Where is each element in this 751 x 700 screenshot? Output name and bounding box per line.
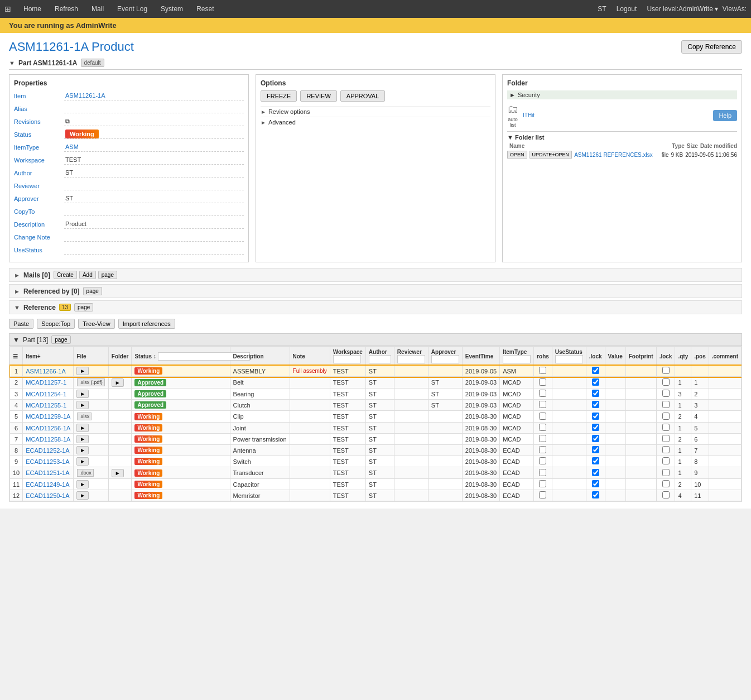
referenced-by-section-header[interactable]: ► Referenced by [0] page <box>9 284 742 298</box>
reviewer-filter-input[interactable] <box>397 355 425 363</box>
part-sub-page-button[interactable]: page <box>51 335 70 344</box>
rohs-checkbox[interactable] <box>539 424 546 431</box>
lock-checkbox[interactable] <box>592 413 599 420</box>
lock2-checkbox[interactable] <box>662 378 670 386</box>
mails-section-header[interactable]: ► Mails [0] Create Add page <box>9 268 742 282</box>
item-link[interactable]: ECAD11251-1A <box>26 469 69 476</box>
rohs-checkbox[interactable] <box>539 457 546 464</box>
lock-checkbox[interactable] <box>592 491 599 498</box>
rohs-checkbox[interactable] <box>539 469 546 476</box>
rohs-checkbox[interactable] <box>539 401 546 408</box>
lock2-checkbox[interactable] <box>662 424 670 431</box>
lock-checkbox[interactable] <box>592 378 599 386</box>
referenced-by-page-button[interactable]: page <box>83 287 102 295</box>
item-link[interactable]: MCAD11259-1A <box>26 413 70 420</box>
item-link[interactable]: ASM11266-1A <box>26 368 66 375</box>
lock-checkbox[interactable] <box>592 457 599 464</box>
file-arrow-button[interactable]: ► <box>76 435 89 443</box>
item-link[interactable]: ECAD11253-1A <box>26 458 69 465</box>
open-button[interactable]: OPEN <box>507 151 527 159</box>
folder-arrow-button[interactable]: ► <box>112 469 124 477</box>
file-arrow-button[interactable]: ► <box>76 401 89 409</box>
nav-logout[interactable]: Logout <box>611 3 643 15</box>
part-sub-toggle-icon[interactable]: ▼ <box>13 336 20 344</box>
paste-button[interactable]: Paste <box>9 319 33 329</box>
rohs-checkbox[interactable] <box>539 390 546 397</box>
approval-button[interactable]: APPROVAL <box>340 90 386 102</box>
lock2-checkbox[interactable] <box>662 367 670 374</box>
usestatus-filter-input[interactable] <box>555 355 583 363</box>
revisions-value[interactable]: ⧉ <box>64 117 244 126</box>
folder-file-link[interactable]: ASM11261 REFERENCES.xlsx <box>574 152 659 158</box>
lock-checkbox[interactable] <box>592 469 599 476</box>
file-arrow-button[interactable]: ► <box>76 457 89 466</box>
lock2-checkbox[interactable] <box>662 491 670 498</box>
rohs-checkbox[interactable] <box>539 446 546 453</box>
lock-checkbox[interactable] <box>592 367 599 374</box>
lock-checkbox[interactable] <box>592 435 599 442</box>
rohs-checkbox[interactable] <box>539 367 546 374</box>
ithit-link[interactable]: ITHit <box>523 112 535 118</box>
lock2-checkbox[interactable] <box>662 413 670 420</box>
rohs-checkbox[interactable] <box>539 378 546 386</box>
lock-checkbox[interactable] <box>592 446 599 453</box>
item-link[interactable]: ECAD11249-1A <box>26 481 69 488</box>
lock2-checkbox[interactable] <box>662 480 670 487</box>
item-link[interactable]: MCAD11257-1 <box>26 379 66 386</box>
approver-filter-input[interactable] <box>431 355 459 363</box>
lock2-checkbox[interactable] <box>662 401 670 408</box>
nav-system[interactable]: System <box>155 3 189 15</box>
file-arrow-button[interactable]: ► <box>76 390 89 398</box>
rohs-checkbox[interactable] <box>539 480 546 487</box>
file-arrow-button[interactable]: ► <box>76 446 89 454</box>
itemtype-filter-input[interactable] <box>503 355 531 363</box>
lock2-checkbox[interactable] <box>662 390 670 397</box>
item-link[interactable]: MCAD11256-1A <box>26 425 70 431</box>
copy-reference-button[interactable]: Copy Reference <box>681 40 742 54</box>
import-references-button[interactable]: Import references <box>118 319 175 329</box>
author-filter-input[interactable] <box>369 355 391 363</box>
review-button[interactable]: REVIEW <box>300 90 336 102</box>
lock2-checkbox[interactable] <box>662 457 670 464</box>
advanced-row[interactable]: ► Advanced <box>261 117 490 127</box>
item-link[interactable]: ECAD11250-1A <box>26 492 69 499</box>
lock-checkbox[interactable] <box>592 390 599 397</box>
nav-mail[interactable]: Mail <box>86 3 109 15</box>
reference-toggle-icon[interactable]: ▼ <box>14 304 20 311</box>
file-arrow-button[interactable]: ► <box>76 491 89 500</box>
folder-icon-block[interactable]: 🗂 autolist <box>507 103 518 128</box>
user-level-dropdown[interactable]: User level:AdminWrite ▾ <box>647 5 718 13</box>
file-badge[interactable]: .xlsx (.pdf) <box>77 378 105 386</box>
tree-view-button[interactable]: Tree-View <box>78 319 115 329</box>
rohs-checkbox[interactable] <box>539 413 546 420</box>
nav-refresh[interactable]: Refresh <box>49 3 84 15</box>
lock2-checkbox[interactable] <box>662 469 670 476</box>
mails-create-button[interactable]: Create <box>54 271 77 279</box>
lock-checkbox[interactable] <box>592 424 599 431</box>
part-toggle-icon[interactable]: ▼ <box>9 60 15 66</box>
update-open-button[interactable]: UPDATE+OPEN <box>529 151 572 159</box>
review-options-row[interactable]: ► Review options <box>261 106 490 117</box>
nav-home[interactable]: Home <box>18 3 47 15</box>
file-arrow-button[interactable]: ► <box>76 367 89 375</box>
item-value[interactable]: ASM11261-1A <box>64 92 244 100</box>
folder-arrow-button[interactable]: ► <box>112 378 124 387</box>
freeze-button[interactable]: FREEZE <box>261 90 297 102</box>
rohs-checkbox[interactable] <box>539 435 546 442</box>
folder-list-toggle-icon[interactable]: ▼ <box>507 134 513 141</box>
item-link[interactable]: MCAD11255-1 <box>26 402 66 409</box>
item-link[interactable]: MCAD11254-1 <box>26 391 66 397</box>
nav-event-log[interactable]: Event Log <box>112 3 153 15</box>
rohs-checkbox[interactable] <box>539 491 546 498</box>
grid-icon[interactable]: ⊞ <box>4 4 11 13</box>
lock-checkbox[interactable] <box>592 480 599 487</box>
lock-checkbox[interactable] <box>592 401 599 408</box>
item-link[interactable]: ECAD11252-1A <box>26 447 69 454</box>
security-row[interactable]: ► Security <box>507 90 737 99</box>
reference-page-button[interactable]: page <box>74 303 93 311</box>
file-badge[interactable]: .docx <box>77 469 94 477</box>
file-arrow-button[interactable]: ► <box>76 424 89 432</box>
scope-top-button[interactable]: Scope:Top <box>37 319 75 329</box>
itemtype-value[interactable]: ASM <box>64 143 244 152</box>
help-button[interactable]: Help <box>713 110 737 121</box>
